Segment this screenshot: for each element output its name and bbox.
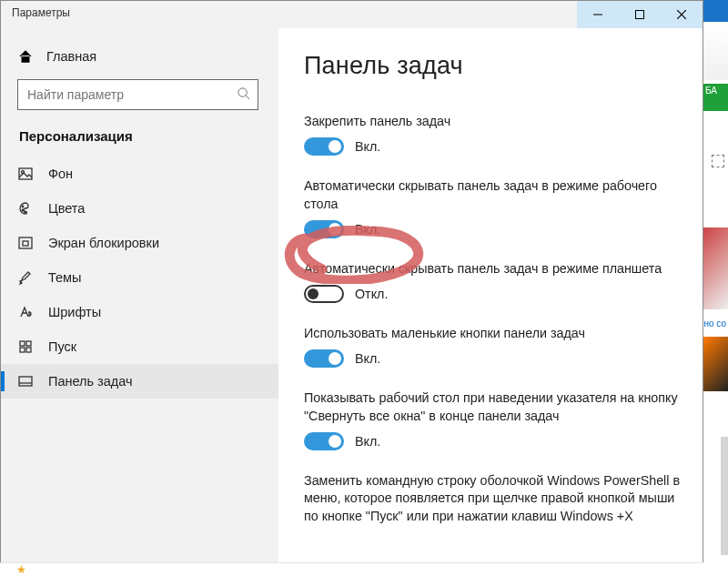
toggle-peek-desktop[interactable] bbox=[304, 432, 344, 450]
toggle-state: Вкл. bbox=[355, 351, 380, 366]
minimize-button[interactable] bbox=[577, 1, 619, 28]
search-container bbox=[1, 74, 278, 125]
sidebar-item-themes[interactable]: Темы bbox=[1, 260, 278, 295]
svg-rect-6 bbox=[19, 168, 32, 179]
svg-rect-11 bbox=[19, 237, 32, 248]
maximize-button[interactable] bbox=[619, 1, 661, 28]
svg-rect-12 bbox=[23, 241, 28, 246]
start-icon bbox=[17, 339, 34, 354]
setting-powershell: Заменить командную строку оболочкой Wind… bbox=[304, 472, 684, 525]
brush-icon bbox=[17, 270, 34, 285]
svg-rect-17 bbox=[19, 377, 32, 386]
setting-autohide-desktop: Автоматически скрывать панель задач в ре… bbox=[304, 177, 684, 238]
settings-window: Параметры Главная bbox=[0, 0, 703, 564]
svg-rect-15 bbox=[20, 348, 25, 352]
setting-label: Заменить командную строку оболочкой Wind… bbox=[304, 472, 684, 525]
toggle-autohide-desktop[interactable] bbox=[304, 220, 344, 238]
home-icon bbox=[17, 48, 34, 65]
svg-rect-1 bbox=[636, 11, 644, 19]
svg-rect-16 bbox=[26, 348, 31, 352]
setting-lock-taskbar: Закрепить панель задач Вкл. bbox=[304, 113, 684, 156]
setting-label: Закрепить панель задач bbox=[304, 113, 684, 130]
sidebar-item-label: Экран блокировки bbox=[48, 236, 159, 250]
bg-green-fragment: БА bbox=[703, 84, 728, 111]
setting-label: Автоматически скрывать панель задач в ре… bbox=[304, 177, 684, 213]
svg-point-9 bbox=[22, 209, 24, 211]
palette-icon bbox=[17, 201, 34, 216]
svg-point-8 bbox=[22, 206, 24, 207]
window-body: Главная Персонализация Фон bbox=[1, 28, 703, 563]
toggle-state: Вкл. bbox=[355, 222, 380, 237]
picture-icon bbox=[17, 167, 34, 181]
sidebar-item-label: Цвета bbox=[48, 201, 85, 216]
sidebar-item-label: Шрифты bbox=[48, 305, 101, 319]
search-input-wrap[interactable] bbox=[17, 79, 258, 110]
svg-point-10 bbox=[25, 211, 26, 213]
nav-list: Фон Цвета Экран блокировки bbox=[1, 157, 278, 399]
lockscreen-icon bbox=[17, 236, 34, 250]
below-window-peek: ★ bbox=[0, 562, 703, 576]
toggle-autohide-tablet[interactable] bbox=[304, 285, 344, 303]
window-controls bbox=[577, 1, 703, 28]
sidebar-item-taskbar[interactable]: Панель задач bbox=[1, 364, 278, 399]
svg-rect-13 bbox=[20, 341, 25, 346]
titlebar: Параметры bbox=[1, 1, 703, 28]
home-label: Главная bbox=[46, 49, 96, 64]
sidebar-item-label: Темы bbox=[48, 270, 82, 285]
sidebar-item-start[interactable]: Пуск bbox=[1, 329, 278, 364]
sidebar-item-fonts[interactable]: Шрифты bbox=[1, 295, 278, 329]
content-panel: Панель задач Закрепить панель задач Вкл.… bbox=[278, 28, 703, 563]
setting-peek-desktop: Показывать рабочий стол при наведении ук… bbox=[304, 389, 684, 450]
svg-point-4 bbox=[238, 88, 247, 96]
star-icon: ★ bbox=[16, 563, 26, 576]
background-window-strip: БА но со bbox=[703, 0, 728, 576]
setting-label: Автоматически скрывать панель задач в ре… bbox=[304, 260, 684, 278]
sidebar-item-label: Пуск bbox=[48, 339, 76, 354]
search-input[interactable] bbox=[27, 87, 237, 102]
toggle-small-buttons[interactable] bbox=[304, 349, 344, 368]
setting-small-buttons: Использовать маленькие кнопки панели зад… bbox=[304, 325, 684, 368]
bg-blue-text: но со bbox=[703, 318, 726, 328]
toggle-state: Откл. bbox=[355, 287, 388, 301]
sidebar-item-lockscreen[interactable]: Экран блокировки bbox=[1, 226, 278, 260]
toggle-lock-taskbar[interactable] bbox=[304, 137, 344, 156]
close-button[interactable] bbox=[661, 1, 703, 28]
search-icon bbox=[237, 86, 250, 103]
page-title: Панель задач bbox=[304, 52, 684, 80]
setting-label: Показывать рабочий стол при наведении ук… bbox=[304, 389, 684, 425]
taskbar-icon bbox=[17, 374, 34, 389]
toggle-state: Вкл. bbox=[355, 139, 380, 154]
home-nav[interactable]: Главная bbox=[1, 39, 278, 74]
sidebar-item-label: Фон bbox=[48, 167, 73, 181]
window-title: Параметры bbox=[1, 1, 577, 28]
svg-rect-14 bbox=[26, 341, 31, 346]
font-icon bbox=[17, 305, 34, 319]
category-title: Персонализация bbox=[1, 125, 278, 157]
sidebar: Главная Персонализация Фон bbox=[1, 28, 278, 563]
sidebar-item-label: Панель задач bbox=[48, 374, 133, 389]
svg-line-5 bbox=[246, 96, 249, 99]
sidebar-item-colors[interactable]: Цвета bbox=[1, 191, 278, 226]
toggle-state: Вкл. bbox=[355, 434, 380, 449]
sidebar-item-background[interactable]: Фон bbox=[1, 157, 278, 191]
setting-autohide-tablet: Автоматически скрывать панель задач в ре… bbox=[304, 260, 684, 303]
setting-label: Использовать маленькие кнопки панели зад… bbox=[304, 325, 684, 342]
